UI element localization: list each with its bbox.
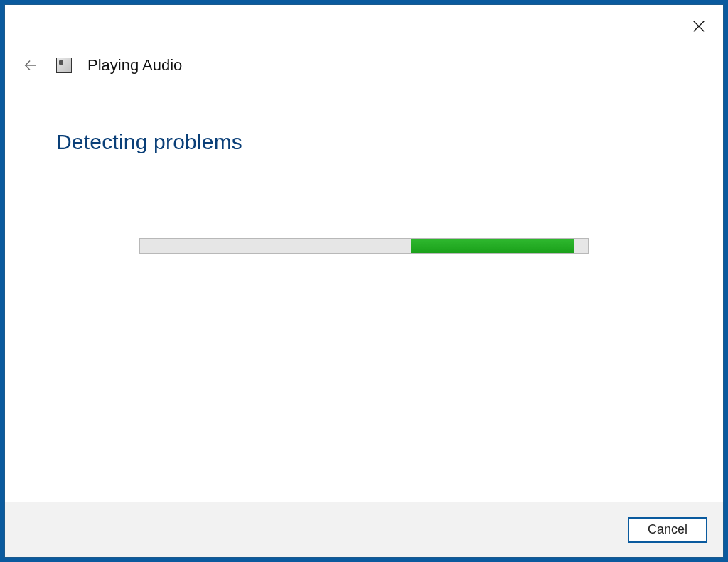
cancel-button[interactable]: Cancel — [628, 517, 707, 543]
progress-bar — [139, 238, 589, 254]
progress-fill — [411, 239, 574, 253]
footer-bar: Cancel — [5, 502, 723, 557]
troubleshooter-icon — [56, 58, 72, 73]
page-heading: Detecting problems — [56, 130, 672, 154]
close-icon — [691, 18, 707, 34]
close-button[interactable] — [687, 15, 710, 38]
wizard-title: Playing Audio — [87, 56, 182, 75]
arrow-left-icon — [23, 58, 38, 73]
progress-container — [56, 238, 672, 254]
wizard-header: Playing Audio — [5, 5, 723, 75]
back-button[interactable] — [22, 57, 39, 74]
content-area: Detecting problems — [5, 75, 723, 502]
troubleshooter-window: Playing Audio Detecting problems Cancel — [4, 4, 724, 558]
